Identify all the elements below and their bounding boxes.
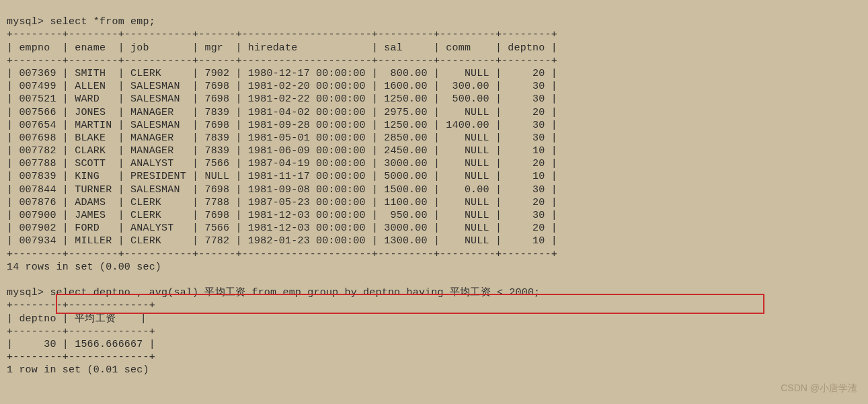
sql-query-1: select *from emp; bbox=[50, 16, 155, 28]
table2-header-row: | deptno | 平均工资 | bbox=[7, 313, 147, 325]
table1-top-border: +--------+--------+-----------+------+--… bbox=[7, 29, 557, 40]
prompt-line-2: mysql> select deptno , avg(sal) 平均工资 fro… bbox=[7, 287, 540, 298]
result-footer-1: 14 rows in set (0.00 sec) bbox=[7, 261, 161, 273]
table2-body: | 30 | 1566.666667 | bbox=[7, 339, 155, 350]
prompt-line-1: mysql> select *from emp; bbox=[7, 16, 155, 28]
table2-mid-border: +--------+-------------+ bbox=[7, 326, 155, 337]
table1-mid-border: +--------+--------+-----------+------+--… bbox=[7, 55, 557, 67]
table1-header-row: | empno | ename | job | mgr | hiredate |… bbox=[7, 42, 557, 54]
table2-bottom-border: +--------+-------------+ bbox=[7, 352, 155, 363]
sql-query-2: select deptno , avg(sal) 平均工资 from emp g… bbox=[50, 287, 540, 298]
table1-body: | 007369 | SMITH | CLERK | 7902 | 1980-1… bbox=[7, 68, 557, 247]
result-footer-2: 1 row in set (0.01 sec) bbox=[7, 364, 149, 376]
table1-bottom-border: +--------+--------+-----------+------+--… bbox=[7, 249, 557, 260]
mysql-terminal[interactable]: mysql> select *from emp; +--------+-----… bbox=[0, 0, 868, 404]
table2-top-border: +--------+-------------+ bbox=[7, 300, 155, 311]
watermark-text: CSDN @小唐学渣 bbox=[781, 382, 857, 395]
